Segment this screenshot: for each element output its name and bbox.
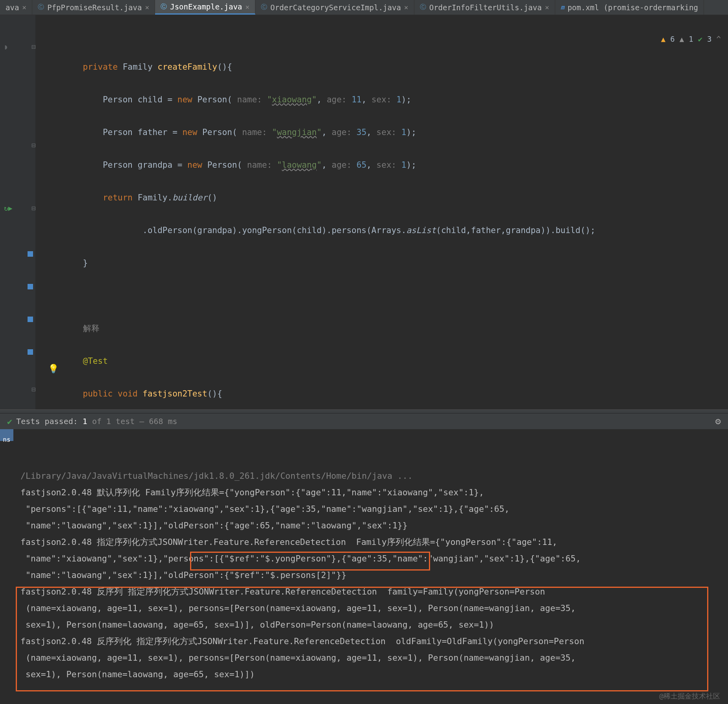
error-count: 6 <box>670 35 674 43</box>
tab-label: OrderInfoFilterUtils.java <box>429 3 542 12</box>
test-status-bar: ✔ Tests passed: 1 of 1 test – 668 ms ⚙ <box>0 413 728 429</box>
run-test-icon[interactable]: ↻▶ <box>4 204 13 212</box>
typo-icon: ✔ <box>698 35 702 43</box>
close-icon[interactable]: × <box>22 3 26 11</box>
run-gutter-icon[interactable]: ◗ <box>4 43 8 51</box>
tab-orderinfofilterutils[interactable]: ⒸOrderInfoFilterUtils.java× <box>414 0 555 15</box>
editor-gutter[interactable]: ◗ ↻▶ ⊟ ⊟ ⊟ ⊟ <box>0 15 35 409</box>
tab-ordercategoryserviceimpl[interactable]: ⒸOrderCategoryServiceImpl.java× <box>255 0 414 15</box>
tab-jsonexample[interactable]: ⒸJsonExample.java× <box>155 0 255 15</box>
breakpoint-icon[interactable] <box>28 251 33 257</box>
watermark: @稀土掘金技术社区 <box>659 691 720 701</box>
console-line: fastjson2.0.48 反序列 指定序列化方式JSONWriter.Fea… <box>20 587 545 597</box>
java-class-icon: Ⓒ <box>161 3 167 11</box>
java-class-icon: Ⓒ <box>420 3 426 11</box>
code-text[interactable]: private Family createFamily(){ Person ch… <box>35 15 728 409</box>
console-line: sex=1), Person(name=laowang, age=65, sex… <box>20 669 255 679</box>
fold-icon[interactable]: ⊟ <box>31 204 36 212</box>
console-line: sex=1), Person(name=laowang, age=65, sex… <box>20 620 494 630</box>
console-tab[interactable]: ns <box>0 429 13 441</box>
breakpoint-icon[interactable] <box>28 349 33 355</box>
java-class-icon: Ⓒ <box>261 3 267 11</box>
chevron-up-icon[interactable]: ^ <box>717 35 721 43</box>
breakpoint-icon[interactable] <box>28 284 33 289</box>
console-line: Process finished with exit code 0 <box>20 702 188 704</box>
fold-icon[interactable]: ⊟ <box>31 385 36 393</box>
warn-count: 1 <box>689 35 693 43</box>
fold-icon[interactable]: ⊟ <box>31 43 36 51</box>
panel-divider[interactable] <box>0 409 728 413</box>
close-icon[interactable]: × <box>145 3 149 11</box>
lightbulb-icon[interactable]: 💡 <box>48 364 59 374</box>
warn-icon: ▲ <box>680 35 684 43</box>
tab-label: ava <box>6 3 19 12</box>
console-line: "name":"xiaowang","sex":1},"persons":[{"… <box>20 554 581 563</box>
tab-pom[interactable]: mpom.xml (promise-ordermarking <box>555 0 704 15</box>
gear-icon[interactable]: ⚙ <box>715 416 721 427</box>
tab-pfppromiseresult[interactable]: ⒸPfpPromiseResult.java× <box>32 0 155 15</box>
tests-passed-label: Tests passed: 1 of 1 test – 668 ms <box>16 417 177 426</box>
tab-label: pom.xml (promise-ordermarking <box>567 3 698 12</box>
console-line: "name":"laowang","sex":1}],"oldPerson":{… <box>20 521 408 530</box>
tab-ava[interactable]: ava× <box>0 0 32 15</box>
fold-icon[interactable]: ⊟ <box>31 141 36 149</box>
console-line: fastjson2.0.48 反序列化 指定序列化方式JSONWriter.Fe… <box>20 636 584 646</box>
console-line: "persons":[{"age":11,"name":"xiaowang","… <box>20 504 510 514</box>
typo-count: 3 <box>707 35 711 43</box>
java-class-icon: Ⓒ <box>38 3 44 11</box>
maven-icon: m <box>561 4 565 11</box>
breakpoint-icon[interactable] <box>28 317 33 322</box>
console-output[interactable]: ns /Library/Java/JavaVirtualMachines/jdk… <box>0 429 728 697</box>
console-line: (name=xiaowang, age=11, sex=1), persons=… <box>20 653 581 663</box>
tab-label: PfpPromiseResult.java <box>47 3 142 12</box>
console-line: /Library/Java/JavaVirtualMachines/jdk1.8… <box>20 471 413 481</box>
editor-tabs: ava× ⒸPfpPromiseResult.java× ⒸJsonExampl… <box>0 0 728 15</box>
tab-label: JsonExample.java <box>170 2 242 11</box>
error-icon: ▲ <box>661 35 665 43</box>
tests-passed-icon: ✔ <box>7 417 12 426</box>
close-icon[interactable]: × <box>545 3 549 11</box>
console-line: fastjson2.0.48 指定序列化方式JSONWriter.Feature… <box>20 537 557 547</box>
console-line: "name":"laowang","sex":1}],"oldPerson":{… <box>20 570 346 580</box>
console-line: (name=xiaowang, age=11, sex=1), persons=… <box>20 603 581 613</box>
close-icon[interactable]: × <box>245 3 249 11</box>
console-line: fastjson2.0.48 默认序列化 Family序列化结果={"yongP… <box>20 487 484 497</box>
tab-label: OrderCategoryServiceImpl.java <box>270 3 401 12</box>
code-editor[interactable]: ◗ ↻▶ ⊟ ⊟ ⊟ ⊟ 💡 ▲6 ▲1 ✔3 ^ private Family… <box>0 15 728 409</box>
inspection-widget[interactable]: ▲6 ▲1 ✔3 ^ <box>661 35 721 43</box>
close-icon[interactable]: × <box>404 3 408 11</box>
